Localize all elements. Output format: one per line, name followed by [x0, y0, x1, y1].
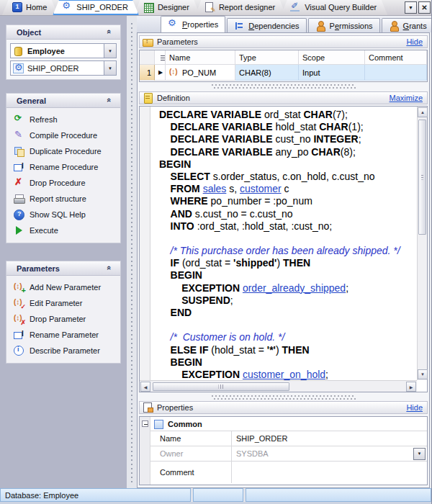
property-value[interactable] — [232, 462, 427, 483]
parameters-grid-header: Name Type Scope Comment — [140, 50, 427, 65]
property-row-owner[interactable]: Owner SYSDBA — [150, 446, 427, 462]
properties-hide-link[interactable]: Hide — [406, 403, 423, 412]
sidebar-item-show-sql-help[interactable]: Show SQL Help — [9, 207, 120, 222]
sidebar-item-rename-procedure[interactable]: Rename Procedure — [9, 159, 120, 175]
compile-icon — [14, 130, 24, 140]
parameters-panel-header[interactable]: Parameters — [6, 261, 120, 276]
code-link-order-already-shipped[interactable]: order_already_shipped — [243, 282, 346, 294]
sidebar-item-describe-parameter[interactable]: Describe Parameter — [9, 343, 120, 359]
sidebar-item-report-structure[interactable]: Report structure — [9, 191, 120, 207]
property-value[interactable]: SHIP_ORDER — [232, 431, 427, 446]
collapse-group-icon[interactable] — [142, 420, 148, 427]
property-row-comment[interactable]: Comment — [150, 462, 427, 483]
document-tabs: PropertiesDependenciesPermissionsGrantsS… — [137, 16, 432, 32]
sidebar-item-edit-parameter[interactable]: Edit Parameter — [9, 295, 120, 311]
property-row-name[interactable]: Name SHIP_ORDER — [150, 431, 427, 446]
parameters-folder-icon — [143, 37, 153, 47]
common-group-row[interactable]: Common — [150, 417, 427, 431]
param-comment-cell[interactable] — [365, 65, 427, 81]
sidebar-item-drop-procedure[interactable]: Drop Procedure — [9, 175, 120, 191]
column-header-comment[interactable]: Comment — [365, 50, 427, 65]
code-token: DECLARE VARIABLE — [171, 121, 273, 132]
top-tab-home[interactable]: Home — [2, 0, 58, 15]
top-tab-ship-order[interactable]: SHIP_ORDER — [53, 0, 139, 15]
tab-list-dropdown-button[interactable] — [405, 1, 417, 14]
param-scope-cell[interactable]: Input — [299, 65, 365, 81]
collapse-icon[interactable] — [106, 264, 114, 273]
tab-permissions[interactable]: Permissions — [308, 18, 380, 32]
code-token: :ord_stat, :hold_stat, :cust_no; — [194, 220, 332, 232]
code-line — [159, 319, 417, 331]
row-number-cell: 1 — [140, 65, 155, 81]
sidebar-item-execute[interactable]: Execute — [9, 222, 120, 238]
code-token: DECLARE VARIABLE — [171, 146, 273, 158]
code-token: CHAR — [303, 109, 332, 120]
param-type-cell[interactable]: CHAR(8) — [235, 65, 299, 81]
sidebar-item-label: Execute — [30, 226, 58, 235]
object-combo[interactable]: SHIP_ORDER — [10, 60, 117, 76]
owner-dropdown-icon[interactable] — [413, 448, 426, 460]
code-line: EXCEPTION customer_on_hold; — [159, 369, 417, 380]
code-token — [159, 171, 171, 182]
sidebar-item-compile-procedure[interactable]: Compile Procedure — [9, 127, 120, 143]
code-link-customer[interactable]: customer — [240, 183, 282, 194]
param-name-cell[interactable]: PO_NUM — [166, 65, 235, 81]
scroll-down-icon[interactable]: ▼ — [418, 369, 428, 379]
parameter-row[interactable]: 1 PO_NUM CHAR(8) Input — [140, 65, 427, 81]
collapse-icon[interactable] — [106, 28, 114, 37]
dropdown-arrow-icon[interactable] — [104, 61, 116, 75]
resize-grip[interactable] — [212, 395, 356, 400]
code-token: /* This purchase order has been already … — [159, 245, 400, 256]
general-panel-header[interactable]: General — [6, 94, 120, 108]
sidebar-item-refresh[interactable]: Refresh — [9, 112, 120, 127]
sidebar-item-label: Show SQL Help — [30, 210, 86, 219]
sidebar-splitter[interactable] — [127, 16, 137, 488]
database-combo[interactable]: Employee — [10, 43, 117, 58]
code-line: /* Customer is on hold. */ — [159, 331, 417, 343]
parameters-hide-link[interactable]: Hide — [406, 37, 423, 46]
object-panel: Object Employee SHIP_ORDER — [6, 24, 121, 80]
column-header-scope[interactable]: Scope — [299, 50, 365, 65]
resize-grip[interactable] — [212, 84, 356, 89]
object-panel-header[interactable]: Object — [6, 25, 120, 40]
code-token: c — [282, 183, 289, 194]
scroll-up-icon[interactable]: ▲ — [418, 107, 428, 117]
column-header-name[interactable]: Name — [166, 50, 235, 65]
code-token: cust_no — [273, 133, 314, 145]
horizontal-scroll-thumb[interactable] — [153, 382, 289, 391]
scroll-right-icon[interactable]: ▶ — [406, 382, 416, 392]
horizontal-scrollbar[interactable]: ◀ ▶ — [140, 380, 417, 392]
vertical-scroll-thumb[interactable] — [418, 120, 426, 235]
param-direction-icon — [169, 68, 180, 78]
property-value[interactable]: SYSDBA — [232, 446, 413, 461]
tree-icon — [234, 21, 245, 31]
row-marker-icon — [155, 65, 166, 81]
property-label: Owner — [150, 446, 232, 461]
top-tab-visual-query-builder[interactable]: Visual Query Builder — [281, 0, 387, 15]
sidebar-item-duplicate-procedure[interactable]: Duplicate Procedure — [9, 143, 120, 159]
close-button[interactable] — [418, 1, 431, 14]
scroll-left-icon[interactable]: ◀ — [140, 382, 150, 392]
definition-maximize-link[interactable]: Maximize — [390, 94, 423, 102]
top-tabs: HomeSHIP_ORDERDesignerReport designerVis… — [7, 0, 387, 15]
sidebar-item-rename-parameter[interactable]: Rename Parameter — [9, 327, 120, 343]
code-link-sales[interactable]: sales — [203, 183, 227, 194]
collapse-icon[interactable] — [106, 96, 114, 105]
sql-code[interactable]: DECLARE VARIABLE ord_stat CHAR(7); DECLA… — [151, 107, 417, 380]
code-token: CHAR — [311, 146, 340, 158]
code-link-customer-on-hold[interactable]: customer_on_hold — [243, 369, 325, 380]
dropdown-arrow-icon[interactable] — [104, 44, 116, 58]
vertical-scrollbar[interactable]: ▲ ▼ — [417, 107, 427, 380]
tab-grants[interactable]: Grants — [382, 18, 432, 32]
tab-dependencies[interactable]: Dependencies — [227, 18, 306, 32]
parameters-grid: Name Type Scope Comment 1 PO_NUM CHAR(8)… — [139, 50, 428, 82]
tab-properties[interactable]: Properties — [161, 16, 225, 32]
code-token: INTO — [171, 220, 194, 232]
sidebar-item-drop-parameter[interactable]: Drop Parameter — [9, 311, 120, 327]
column-header-type[interactable]: Type — [235, 50, 299, 65]
object-panel-title: Object — [17, 28, 106, 37]
code-token — [159, 195, 171, 207]
top-tab-report-designer[interactable]: Report designer — [195, 0, 286, 15]
top-tab-designer[interactable]: Designer — [134, 0, 200, 15]
sidebar-item-add-new-parameter[interactable]: Add New Parameter — [9, 279, 120, 295]
